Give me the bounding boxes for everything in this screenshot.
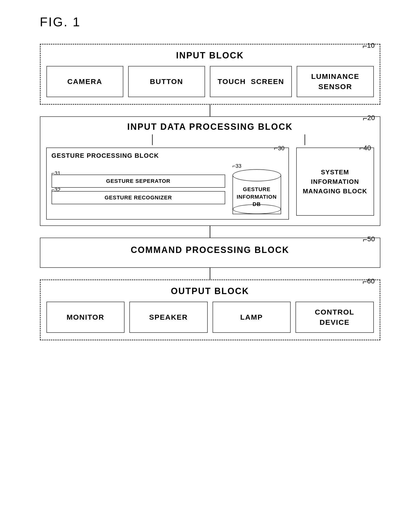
gesture-db: ⌐33 GESTUREINFORMATIONDB (230, 169, 284, 214)
input-item-luminance: LUMINANCESENSOR (297, 66, 374, 97)
db-label: GESTUREINFORMATIONDB (237, 186, 277, 208)
output-item-lamp: LAMP (212, 302, 291, 333)
input-block: ⌐10 INPUT BLOCK CAMERA BUTTON TOUCH SCRE… (40, 44, 380, 105)
output-item-speaker: SPEAKER (129, 302, 208, 333)
gesture-db-ref: ⌐33 (233, 163, 241, 169)
diagram: ⌐10 INPUT BLOCK CAMERA BUTTON TOUCH SCRE… (40, 44, 380, 340)
input-block-ref: ⌐10 (363, 41, 375, 50)
db-top-ellipse (233, 169, 281, 181)
gesture-separator-wrapper: ⌐31 GESTURE SEPERATOR (52, 175, 225, 188)
gesture-recognizer-wrapper: ⌐32 GESTURE RECOGNIZER (52, 191, 225, 204)
output-item-control: CONTROLDEVICE (295, 302, 374, 333)
connector-idp-to-cmd (40, 226, 380, 238)
idp-block: ⌐20 INPUT DATA PROCESSING BLOCK ⌐30 GEST… (40, 116, 380, 226)
page-content: FIG. 1 ⌐10 INPUT BLOCK CAMERA BUTTON TOU… (40, 10, 380, 340)
idp-block-label: INPUT DATA PROCESSING BLOCK (40, 117, 380, 132)
output-item-monitor: MONITOR (46, 302, 125, 333)
connector-cmd-to-output (40, 268, 380, 280)
input-items-row: CAMERA BUTTON TOUCH SCREEN LUMINANCESENS… (46, 66, 374, 97)
gesture-left-col: ⌐31 GESTURE SEPERATOR ⌐32 (52, 175, 225, 204)
output-block-label: OUTPUT BLOCK (46, 286, 374, 296)
output-items-row: MONITOR SPEAKER LAMP CONTROLDEVICE (46, 302, 374, 333)
idp-inner-row: ⌐30 GESTURE PROCESSING BLOCK ⌐31 GESTU (40, 145, 380, 225)
idp-inner-connectors (40, 134, 380, 145)
input-block-label: INPUT BLOCK (46, 50, 374, 61)
system-info-label: SYSTEM INFORMATIONMANAGING BLOCK (302, 167, 369, 196)
output-block-ref: ⌐60 (363, 276, 375, 285)
gesture-block-label: GESTURE PROCESSING BLOCK (52, 152, 284, 160)
gesture-separator-box: GESTURE SEPERATOR (52, 175, 225, 188)
system-info-ref: ⌐40 (359, 144, 371, 152)
figure-title: FIG. 1 (40, 15, 380, 29)
connector-input-to-idp (40, 105, 380, 116)
system-info-block: ⌐40 SYSTEM INFORMATIONMANAGING BLOCK (296, 147, 374, 216)
input-item-camera: CAMERA (46, 66, 123, 97)
gesture-block-ref: ⌐30 (274, 144, 284, 152)
output-block: ⌐60 OUTPUT BLOCK MONITOR SPEAKER LAMP CO… (40, 280, 380, 340)
idp-block-ref: ⌐20 (363, 113, 375, 122)
gesture-inner-layout: ⌐31 GESTURE SEPERATOR ⌐32 (52, 164, 284, 214)
command-block: ⌐50 COMMAND PROCESSING BLOCK (40, 238, 380, 268)
command-block-label: COMMAND PROCESSING BLOCK (46, 245, 374, 255)
gesture-block: ⌐30 GESTURE PROCESSING BLOCK ⌐31 GESTU (46, 147, 289, 220)
input-item-button: BUTTON (128, 66, 205, 97)
input-item-touchscreen: TOUCH SCREEN (210, 66, 292, 97)
gesture-recognizer-box: GESTURE RECOGNIZER (52, 191, 225, 204)
command-block-ref: ⌐50 (363, 234, 375, 243)
